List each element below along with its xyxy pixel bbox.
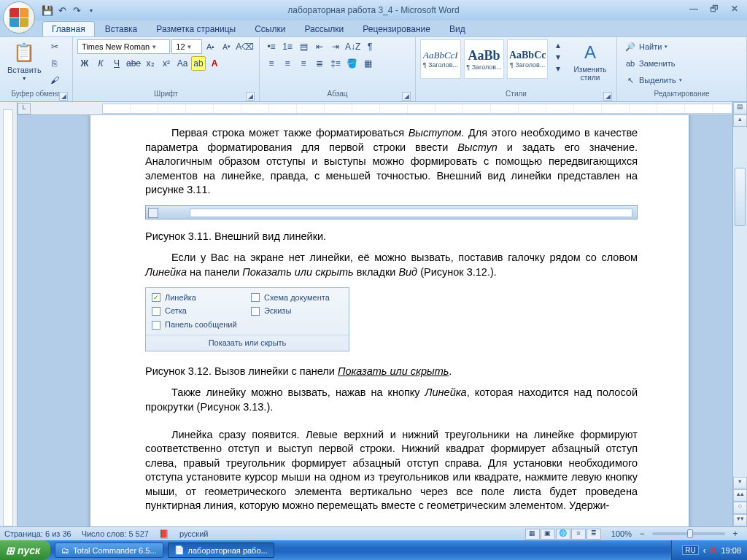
replace-button[interactable]: abЗаменить (622, 56, 685, 71)
styles-scroll-up[interactable]: ▴ (551, 39, 565, 51)
style-item-1[interactable]: AaBbCcI¶ Заголов... (420, 39, 461, 79)
checkbox-ruler[interactable]: ✓Линейка (152, 292, 244, 303)
taskbar-app-tc[interactable]: 🗂Total Commander 6.5... (55, 542, 163, 558)
tab-page-layout[interactable]: Разметка страницы (147, 22, 244, 36)
grow-font-button[interactable]: A▴ (204, 39, 218, 54)
zoom-slider[interactable] (652, 532, 725, 535)
cut-button[interactable]: ✂ (47, 39, 62, 54)
align-left-button[interactable]: ≡ (264, 56, 279, 71)
kaspersky-icon[interactable]: K (711, 545, 717, 556)
increase-indent-button[interactable]: ⇥ (328, 39, 343, 54)
office-button[interactable] (3, 1, 35, 34)
tab-insert[interactable]: Вставка (96, 22, 147, 36)
checkbox-message-bar[interactable]: Панель сообщений (152, 319, 343, 330)
view-draft[interactable]: ≣ (587, 529, 601, 540)
prev-page[interactable]: ▴▴ (733, 489, 747, 502)
subscript-button[interactable]: x₂ (143, 56, 158, 71)
align-right-button[interactable]: ≡ (296, 56, 311, 71)
strike-button[interactable]: abe (125, 56, 142, 71)
view-web[interactable]: 🌐 (556, 529, 570, 540)
line-spacing-button[interactable]: ‡≡ (328, 56, 343, 71)
change-case-button[interactable]: Aa (175, 56, 190, 71)
group-clipboard-label: Буфер обмена◢ (4, 90, 68, 101)
taskbar-app-word[interactable]: 📄лабораторная рабо... (168, 542, 274, 558)
checkbox-docmap[interactable]: Схема документа (251, 292, 343, 303)
superscript-button[interactable]: x² (159, 56, 174, 71)
tab-review[interactable]: Рецензирование (354, 22, 439, 36)
highlight-button[interactable]: ab (191, 56, 206, 71)
tab-references[interactable]: Ссылки (246, 22, 294, 36)
vertical-ruler[interactable] (0, 102, 18, 526)
font-size-combo[interactable]: 12▼ (171, 39, 201, 54)
italic-button[interactable]: К (93, 56, 108, 71)
status-proofing-icon[interactable]: 📕 (159, 529, 169, 539)
minimize-button[interactable]: — (686, 3, 702, 15)
scroll-thumb[interactable] (735, 168, 746, 226)
status-page[interactable]: Страница: 6 из 36 (4, 529, 71, 538)
bullets-button[interactable]: •≡ (264, 39, 279, 54)
style-item-2[interactable]: AaBb¶ Заголов... (464, 39, 505, 79)
scroll-down[interactable]: ▾ (733, 477, 747, 489)
style-item-3[interactable]: AaBbCc¶ Заголов... (507, 39, 548, 79)
paste-button[interactable]: 📋 Вставить ▼ (4, 39, 44, 82)
sort-button[interactable]: A↓Z (344, 39, 361, 54)
clear-format-button[interactable]: A⌫ (236, 39, 255, 54)
show-marks-button[interactable]: ¶ (363, 39, 377, 54)
font-dialog-launcher[interactable]: ◢ (246, 92, 255, 101)
qat-undo[interactable]: ↶ (55, 4, 69, 17)
view-outline[interactable]: ≡ (571, 529, 586, 540)
checkbox-thumbnails[interactable]: Эскизы (251, 306, 343, 316)
decrease-indent-button[interactable]: ⇤ (312, 39, 327, 54)
change-styles-button[interactable]: A Изменить стили (568, 39, 612, 83)
numbering-button[interactable]: 1≡ (280, 39, 295, 54)
underline-button[interactable]: Ч (109, 56, 124, 71)
tab-mailings[interactable]: Рассылки (295, 22, 352, 36)
view-full-read[interactable]: ▣ (541, 529, 555, 540)
view-print-layout[interactable]: ▦ (525, 529, 540, 540)
tab-selector[interactable]: L (18, 103, 31, 114)
scroll-up[interactable]: ▴ (733, 114, 747, 127)
zoom-level[interactable]: 100% (611, 529, 632, 538)
borders-button[interactable]: ▦ (360, 56, 375, 71)
language-indicator[interactable]: RU (682, 545, 698, 555)
status-words[interactable]: Число слов: 5 527 (82, 529, 149, 538)
styles-gallery-button[interactable]: ▾ (551, 63, 565, 74)
styles-dialog-launcher[interactable]: ◢ (603, 92, 612, 101)
bold-button[interactable]: Ж (77, 56, 92, 71)
tab-view[interactable]: Вид (441, 22, 474, 36)
start-button[interactable]: ⊞пуск (0, 540, 50, 560)
styles-scroll-down[interactable]: ▾ (551, 51, 565, 63)
format-painter-button[interactable]: 🖌 (47, 73, 62, 88)
align-center-button[interactable]: ≡ (280, 56, 295, 71)
font-color-button[interactable]: A (207, 56, 222, 71)
qat-customize[interactable]: ▼ (85, 4, 98, 17)
system-tray: RU ‹ K 19:08 (671, 540, 747, 560)
shading-button[interactable]: 🪣 (344, 56, 359, 71)
zoom-in[interactable]: + (728, 529, 743, 539)
zoom-out[interactable]: − (635, 529, 649, 539)
qat-redo[interactable]: ↷ (70, 4, 83, 17)
select-button[interactable]: ↖Выделить ▾ (622, 73, 685, 88)
font-name-combo[interactable]: Times New Roman▼ (77, 39, 170, 54)
document-area[interactable]: Первая строка может также форматироватьс… (18, 115, 732, 526)
multilevel-button[interactable]: ▤ (296, 39, 311, 54)
shrink-font-button[interactable]: A▾ (220, 39, 234, 54)
justify-button[interactable]: ≣ (312, 56, 327, 71)
clock[interactable]: 19:08 (721, 546, 741, 555)
clipboard-dialog-launcher[interactable]: ◢ (59, 92, 68, 101)
status-language[interactable]: русский (179, 529, 208, 538)
ruler-toggle[interactable]: ▤ (733, 102, 747, 114)
horizontal-ruler[interactable]: L (18, 102, 732, 115)
checkbox-grid[interactable]: Сетка (152, 306, 244, 316)
browse-object[interactable]: ○ (733, 502, 747, 514)
qat-save[interactable]: 💾 (41, 4, 54, 17)
copy-button[interactable]: ⎘ (47, 56, 62, 71)
vertical-scrollbar[interactable]: ▤ ▴ ▾ ▴▴ ○ ▾▾ (732, 102, 747, 526)
paragraph-dialog-launcher[interactable]: ◢ (402, 92, 411, 101)
next-page[interactable]: ▾▾ (733, 514, 747, 526)
restore-button[interactable]: 🗗 (706, 3, 722, 15)
find-button[interactable]: 🔎Найти ▾ (622, 39, 685, 54)
tab-home[interactable]: Главная (42, 21, 95, 36)
close-button[interactable]: ✕ (727, 3, 743, 15)
tray-arrow-icon[interactable]: ‹ (703, 545, 706, 556)
